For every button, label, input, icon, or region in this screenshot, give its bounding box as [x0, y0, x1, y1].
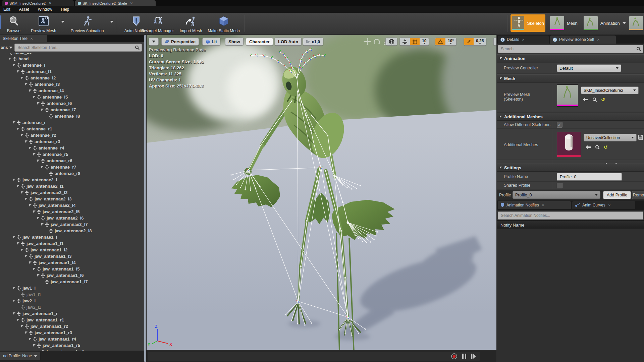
- save-collection-icon[interactable]: [638, 134, 644, 140]
- expand-arrow-icon[interactable]: [25, 255, 28, 257]
- expand-arrow-icon[interactable]: [29, 147, 32, 149]
- shared-profile-checkbox[interactable]: [557, 183, 562, 188]
- import-mesh-button[interactable]: Import Mesh: [176, 14, 206, 33]
- menu-asset[interactable]: Asset: [19, 7, 29, 12]
- tree-item-jaw_antennae2_l3[interactable]: jaw_antennae2_l3: [0, 196, 142, 202]
- close-tab-icon[interactable]: ✕: [522, 38, 525, 42]
- close-tab-icon[interactable]: ✕: [608, 203, 611, 207]
- tree-item-jaw_antennae1_r3[interactable]: jaw_antennae1_r3: [0, 329, 142, 336]
- tree-item-antennae_r5[interactable]: antennae_r5: [0, 151, 142, 158]
- tree-item-antennae_l6[interactable]: antennae_l6: [0, 100, 142, 107]
- expand-arrow-icon[interactable]: [13, 64, 15, 66]
- notifies-search[interactable]: [498, 212, 643, 220]
- profile-dropdown[interactable]: Profile_0: [513, 191, 600, 199]
- expand-arrow-icon[interactable]: [37, 217, 40, 219]
- preview-mesh-button[interactable]: Preview Mesh: [28, 14, 60, 33]
- tree-item-antennae_r4[interactable]: antennae_r4: [0, 145, 142, 151]
- expand-arrow-icon[interactable]: [25, 198, 28, 200]
- browse-asset-icon[interactable]: [592, 97, 597, 102]
- tree-item-antennae_r7[interactable]: antennae_r7: [0, 164, 142, 170]
- preview-animation-dropdown[interactable]: [110, 21, 113, 23]
- expand-arrow-icon[interactable]: [5, 53, 7, 54]
- expand-arrow-icon[interactable]: [21, 191, 23, 194]
- tree-item-jaw_antennae1_l1[interactable]: jaw_antennae1_l1: [0, 240, 142, 247]
- tree-item-jaw_antennae2_l1[interactable]: jaw_antennae2_l1: [0, 183, 142, 189]
- tree-item-jaw_antennae1_l[interactable]: jaw_antennae1_l: [0, 234, 142, 240]
- expand-arrow-icon[interactable]: [37, 160, 40, 162]
- pause-button[interactable]: [462, 353, 467, 359]
- tree-item-jaw2_l[interactable]: jaw2_l: [0, 298, 142, 304]
- expand-arrow-icon[interactable]: [13, 121, 15, 124]
- blend-profile-dropdown[interactable]: nd Profile: None: [0, 352, 40, 360]
- tab-animation-notifies[interactable]: Animation Notifies ✕: [498, 201, 571, 209]
- close-tab-icon[interactable]: ✕: [130, 1, 133, 5]
- expand-arrow-icon[interactable]: [33, 210, 36, 213]
- tab-anim-curves[interactable]: Anim Curves ✕: [572, 201, 635, 209]
- tree-item-antennae_r2[interactable]: antennae_r2: [0, 132, 142, 138]
- animation-mode-dropdown-icon[interactable]: [623, 22, 626, 24]
- tree-item-jaw_antennae1_l5[interactable]: jaw_antennae1_l5: [0, 266, 142, 272]
- notify-name-column-header[interactable]: Notify Name: [497, 220, 644, 230]
- lod-auto-button[interactable]: LOD Auto: [275, 38, 302, 46]
- tree-item-jaw_antennae2_l6[interactable]: jaw_antennae2_l6: [0, 215, 142, 221]
- tab-details[interactable]: i Details ✕: [498, 36, 549, 44]
- expand-arrow-icon[interactable]: [21, 249, 23, 251]
- tree-item-antennae_l3[interactable]: antennae_l3: [0, 81, 142, 87]
- tree-item-antennae_l[interactable]: antennae_l: [0, 62, 142, 68]
- tree-item-jaw_antennae2_l8[interactable]: jaw_antennae2_l8: [0, 228, 142, 234]
- reset-to-default-icon[interactable]: ↺: [601, 97, 605, 102]
- additional-meshes-thumbnail[interactable]: [557, 132, 581, 157]
- expand-arrow-icon[interactable]: [13, 179, 15, 181]
- tree-item-antennae_l1[interactable]: antennae_l1: [0, 68, 142, 75]
- preview-mesh-thumbnail[interactable]: [557, 84, 578, 107]
- playback-speed-button[interactable]: x1,0: [303, 38, 323, 46]
- show-menu-button[interactable]: Show: [225, 38, 244, 46]
- record-button[interactable]: [451, 353, 458, 360]
- preview-mesh-dropdown[interactable]: [61, 21, 64, 23]
- expand-arrow-icon[interactable]: [33, 344, 36, 347]
- tree-item-jaw1_l[interactable]: jaw1_l: [0, 285, 142, 291]
- mode-animation-button[interactable]: Animation: [582, 14, 627, 32]
- tree-item-jaw_antennae2_l7[interactable]: jaw_antennae2_l7: [0, 221, 142, 228]
- retarget-manager-button[interactable]: Retarget Manager: [137, 14, 178, 33]
- close-tab-icon[interactable]: ✕: [597, 38, 600, 42]
- tree-item-jaw_antennae2_l4[interactable]: jaw_antennae2_l4: [0, 202, 142, 208]
- remove-profile-button[interactable]: Remove: [632, 191, 644, 199]
- expand-arrow-icon[interactable]: [17, 128, 19, 130]
- tree-item-antennae_l2[interactable]: antennae_l2: [0, 75, 142, 81]
- tree-item-jaw_antennae1_r2[interactable]: jaw_antennae1_r2: [0, 323, 142, 329]
- close-tab-icon[interactable]: ✕: [542, 203, 544, 207]
- tree-item-jaw_antennae1_l3[interactable]: jaw_antennae1_l3: [0, 253, 142, 259]
- expand-arrow-icon[interactable]: [21, 77, 23, 79]
- tree-options-dropdown[interactable]: ons: [0, 45, 14, 50]
- asset-tab-skm-insectcreature2[interactable]: SKM_InsectCreature2 ✕: [2, 0, 74, 6]
- add-profile-button[interactable]: Add Profile: [603, 191, 631, 199]
- tree-item-antennae_l8[interactable]: antennae_l8: [0, 113, 142, 119]
- tree-item-antennae_r3[interactable]: antennae_r3: [0, 138, 142, 145]
- expand-arrow-icon[interactable]: [33, 96, 36, 98]
- browse-asset-icon[interactable]: [595, 145, 600, 149]
- expand-arrow-icon[interactable]: [41, 223, 44, 226]
- reset-to-default-icon[interactable]: ↺: [604, 144, 608, 150]
- menu-window[interactable]: Window: [38, 7, 52, 12]
- tree-item-antennae_r[interactable]: antennae_r: [0, 119, 142, 126]
- world-local-toggle[interactable]: [385, 38, 397, 46]
- expand-arrow-icon[interactable]: [29, 338, 32, 340]
- skeleton-tree-search[interactable]: [14, 44, 142, 52]
- expand-arrow-icon[interactable]: [25, 140, 28, 143]
- expand-arrow-icon[interactable]: [13, 312, 15, 315]
- character-menu-button[interactable]: Character: [246, 38, 273, 46]
- tree-item-jaw_antennae1_l6[interactable]: jaw_antennae1_l6: [0, 272, 142, 279]
- menu-edit[interactable]: Edit: [3, 7, 10, 12]
- skeleton-tree-scrollbar[interactable]: [144, 35, 147, 362]
- section-additional-meshes[interactable]: Additional Meshes: [497, 113, 644, 121]
- angle-snap-toggle[interactable]: [435, 38, 445, 45]
- tree-item-antennae_l4[interactable]: antennae_l4: [0, 87, 142, 94]
- expand-arrow-icon[interactable]: [13, 287, 15, 289]
- tree-item-jaw2_l1[interactable]: jaw2_l1: [0, 304, 142, 310]
- expand-arrow-icon[interactable]: [21, 325, 23, 327]
- expand-arrow-icon[interactable]: [21, 134, 23, 136]
- asset-tab-sk-insectcreature2-skele[interactable]: SK_InsectCreature2_Skele ✕: [75, 0, 156, 6]
- menu-help[interactable]: Help: [61, 7, 69, 12]
- scale-snap-toggle[interactable]: [464, 38, 474, 45]
